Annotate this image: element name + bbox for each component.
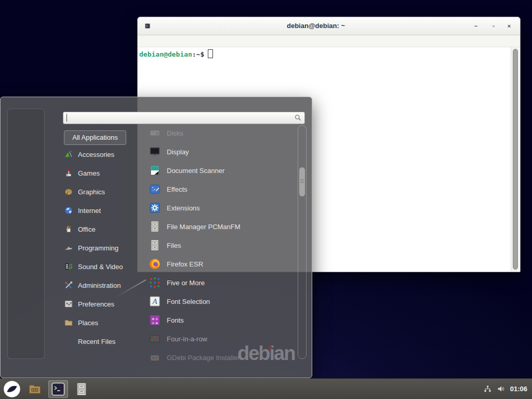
network-icon[interactable] xyxy=(483,384,492,393)
category-item[interactable]: Sound & Video xyxy=(64,257,142,276)
category-icon xyxy=(64,262,73,271)
category-icon xyxy=(64,243,73,252)
favorite-pidgin[interactable] xyxy=(16,174,36,194)
application-item[interactable]: Display xyxy=(149,142,296,161)
search-input[interactable] xyxy=(63,112,305,124)
category-label: Sound & Video xyxy=(78,263,123,271)
terminal-scrollbar-thumb[interactable] xyxy=(513,49,518,270)
application-item[interactable]: aaaa Fonts xyxy=(149,311,296,329)
category-label: Office xyxy=(78,225,96,233)
terminal-scrollbar[interactable] xyxy=(511,47,520,271)
favorite-terminal[interactable] xyxy=(16,201,36,221)
menu-scrollbar[interactable] xyxy=(298,125,307,359)
category-label: Games xyxy=(78,169,100,177)
prompt-path: :~$ xyxy=(192,50,204,58)
application-icon xyxy=(149,351,161,362)
menu-button[interactable] xyxy=(3,380,21,398)
application-icon xyxy=(149,164,161,177)
category-item[interactable]: Office xyxy=(64,220,142,238)
application-label: Document Scanner xyxy=(167,167,224,175)
category-icon xyxy=(64,206,73,215)
application-menu: All Applications Accessories Games Graph… xyxy=(0,97,312,378)
category-item[interactable]: Games xyxy=(64,164,142,182)
application-icon xyxy=(149,183,161,195)
terminal-titlebar[interactable]: debian@debian: ~ − ▫ × xyxy=(138,17,520,35)
text-caret xyxy=(66,114,67,122)
svg-text:a: a xyxy=(155,321,158,325)
volume-icon[interactable] xyxy=(497,384,506,393)
category-label: Internet xyxy=(78,207,101,215)
application-item[interactable]: Five or More xyxy=(149,273,296,292)
category-icon xyxy=(64,224,73,234)
application-icon xyxy=(149,202,161,214)
application-item[interactable]: Disks xyxy=(149,124,296,142)
search-icon xyxy=(294,114,302,122)
application-item[interactable]: Firefox ESR xyxy=(149,255,296,273)
category-item[interactable]: Programming xyxy=(64,238,142,257)
application-label: Four-in-a-row xyxy=(167,335,207,343)
application-label: File Manager PCManFM xyxy=(167,223,241,231)
application-label: Extensions xyxy=(167,204,200,212)
category-item[interactable]: Places xyxy=(64,313,142,332)
application-label: Effects xyxy=(167,185,188,193)
application-label: Fonts xyxy=(167,316,184,324)
application-item[interactable]: Effects xyxy=(149,180,296,198)
maximize-button[interactable]: ▫ xyxy=(488,20,499,32)
category-icon xyxy=(64,150,73,159)
all-applications-button[interactable]: All Applications xyxy=(64,130,126,145)
application-label: Font Selection xyxy=(167,298,210,305)
favorites-column xyxy=(7,109,45,359)
favorite-log-out[interactable] xyxy=(16,310,36,330)
application-label: Files xyxy=(167,242,181,249)
menu-scrollbar-thumb[interactable] xyxy=(299,167,305,196)
favorite-file-manager[interactable] xyxy=(16,228,36,248)
svg-text:a: a xyxy=(152,321,154,325)
category-icon xyxy=(64,168,73,178)
category-item[interactable]: Recent Files xyxy=(64,332,142,351)
category-item[interactable]: Accessories xyxy=(64,145,142,164)
launcher-file-manager[interactable] xyxy=(72,380,91,398)
category-label: Preferences xyxy=(78,300,114,308)
application-item[interactable]: Document Scanner xyxy=(149,161,296,180)
application-label: Firefox ESR xyxy=(167,260,203,268)
launcher-area xyxy=(21,380,91,398)
favorite-firefox[interactable] xyxy=(16,119,36,140)
category-item[interactable]: Graphics xyxy=(64,182,142,201)
close-button[interactable]: × xyxy=(503,20,515,32)
favorite-shut-down[interactable] xyxy=(16,337,36,357)
favorite-mixer[interactable] xyxy=(16,147,36,167)
application-label: Five or More xyxy=(167,279,205,287)
launcher-icon xyxy=(74,382,89,396)
application-icon xyxy=(149,127,161,139)
terminal-menubar xyxy=(138,35,520,47)
svg-text:A: A xyxy=(152,297,157,305)
category-label: Recent Files xyxy=(78,338,115,345)
application-icon: aaaa xyxy=(149,314,161,326)
clock[interactable]: 01:06 xyxy=(510,385,527,393)
application-item[interactable]: Extensions xyxy=(149,198,296,217)
category-item[interactable]: Administration xyxy=(64,276,142,295)
category-label: Accessories xyxy=(78,151,114,158)
launcher-icon xyxy=(51,382,65,396)
category-label: Administration xyxy=(78,282,121,289)
application-label: GDebi Package Installer xyxy=(167,354,240,362)
application-item[interactable]: File Manager PCManFM xyxy=(149,217,296,236)
minimize-button[interactable]: − xyxy=(470,20,482,32)
category-label: Places xyxy=(78,319,98,327)
launcher-terminal[interactable] xyxy=(48,380,68,398)
application-icon xyxy=(149,220,161,233)
application-item[interactable]: A Font Selection xyxy=(149,292,296,311)
category-item[interactable]: Internet xyxy=(64,201,142,220)
category-icon xyxy=(64,337,73,346)
application-icon: A xyxy=(149,295,161,308)
application-item[interactable]: Files xyxy=(149,236,296,255)
category-icon xyxy=(64,299,73,309)
terminal-window-icon xyxy=(144,23,151,29)
category-item[interactable]: Preferences xyxy=(64,295,142,313)
favorite-lock-screen[interactable] xyxy=(16,283,36,303)
application-icon xyxy=(149,332,161,345)
category-icon xyxy=(64,187,73,196)
application-icon xyxy=(149,145,161,158)
launcher-desktop-folder[interactable] xyxy=(25,380,45,398)
system-tray: 01:06 xyxy=(483,384,532,393)
